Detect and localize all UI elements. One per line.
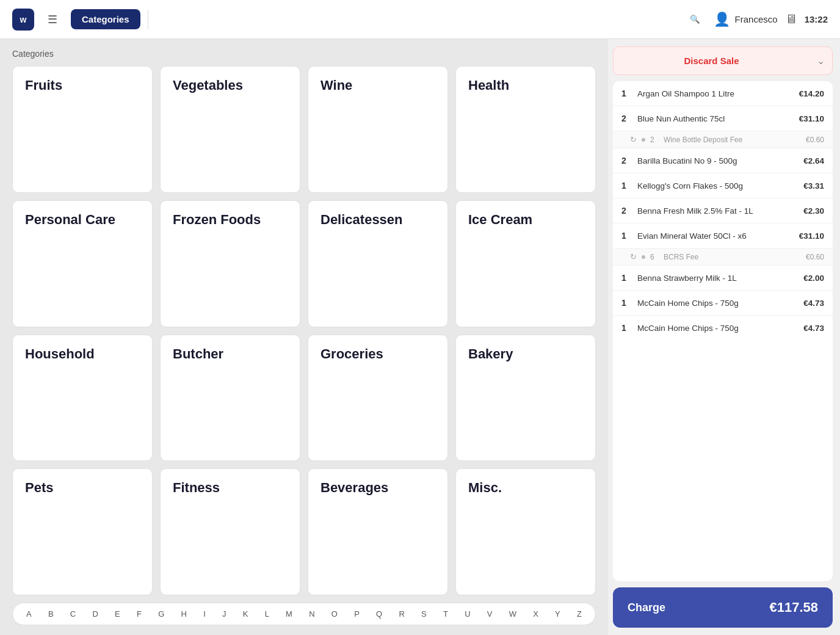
alpha-button-g[interactable]: G [156, 608, 167, 620]
clock-display: 13:22 [805, 14, 828, 24]
cart-item-price: €14.20 [799, 89, 824, 98]
cart-item-8[interactable]: 1 McCain Home Chips - 750g €4.73 [613, 316, 833, 340]
search-button[interactable]: 🔍 [684, 9, 706, 31]
cart-item-qty: 2 [621, 156, 631, 165]
cart-item-name: McCain Home Chips - 750g [637, 299, 797, 308]
category-card-beverages[interactable]: Beverages [308, 468, 448, 595]
alpha-button-u[interactable]: U [462, 608, 472, 620]
cart-item-price: €4.73 [803, 324, 824, 333]
subitem-dot [642, 138, 645, 142]
alpha-button-d[interactable]: D [90, 608, 100, 620]
alpha-button-s[interactable]: S [419, 608, 429, 620]
logo: w [12, 9, 34, 31]
cart-item-price: €2.30 [803, 206, 824, 216]
cart-item-1[interactable]: 2 Blue Nun Authentic 75cl €31.10 [613, 106, 833, 131]
cart-item-5[interactable]: 1 Evian Mineral Water 50Cl - x6 €31.10 [613, 223, 833, 249]
cart-item-0[interactable]: 1 Argan Oil Shampoo 1 Litre €14.20 [613, 81, 833, 106]
cart-item-qty: 1 [621, 89, 631, 98]
alpha-button-a[interactable]: A [24, 608, 34, 620]
discard-sale-row: Discard Sale ⌄ [613, 46, 833, 75]
alpha-button-o[interactable]: O [329, 608, 340, 620]
header-divider [148, 10, 148, 29]
subitem-name: Wine Bottle Deposit Fee [664, 136, 801, 144]
charge-total: €117.58 [769, 600, 818, 615]
breadcrumb: Categories [12, 49, 596, 59]
category-grid: FruitsVegetablesWineHealthPersonal CareF… [12, 66, 596, 595]
category-card-vegetables[interactable]: Vegetables [160, 66, 300, 193]
cart-item-price: €31.10 [799, 114, 824, 123]
left-panel: Categories FruitsVegetablesWineHealthPer… [0, 39, 608, 635]
subitem-name: BCRS Fee [664, 253, 801, 261]
cart-item-qty: 1 [621, 298, 631, 308]
category-card-ice-cream[interactable]: Ice Cream [455, 200, 596, 327]
category-card-misc[interactable]: Misc. [455, 468, 596, 595]
subitem-price: €0.60 [806, 136, 824, 144]
alpha-button-v[interactable]: V [485, 608, 495, 620]
alpha-button-b[interactable]: B [46, 608, 56, 620]
category-card-household[interactable]: Household [12, 335, 153, 462]
category-card-frozen-foods[interactable]: Frozen Foods [160, 200, 300, 327]
discard-chevron-button[interactable]: ⌄ [809, 50, 832, 71]
categories-button[interactable]: Categories [71, 9, 140, 29]
alpha-button-y[interactable]: Y [552, 608, 563, 620]
alpha-button-h[interactable]: H [179, 608, 189, 620]
alpha-button-k[interactable]: K [241, 608, 251, 620]
category-card-wine[interactable]: Wine [308, 66, 448, 193]
alpha-button-f[interactable]: F [134, 608, 144, 620]
category-card-butcher[interactable]: Butcher [160, 335, 300, 462]
cart-item-name: Evian Mineral Water 50Cl - x6 [637, 231, 793, 241]
category-card-personal-care[interactable]: Personal Care [12, 200, 153, 327]
subitem-qty: 6 [650, 253, 659, 261]
alpha-button-r[interactable]: R [396, 608, 407, 620]
cart-item-name: Blue Nun Authentic 75cl [637, 114, 793, 123]
alpha-button-q[interactable]: Q [374, 608, 385, 620]
cart-item-price: €2.64 [803, 156, 824, 165]
cart-item-qty: 1 [621, 181, 631, 191]
alpha-button-x[interactable]: X [530, 608, 541, 620]
alpha-button-p[interactable]: P [352, 608, 362, 620]
cart-item-6[interactable]: 1 Benna Strawberry Milk - 1L €2.00 [613, 266, 833, 291]
category-card-delicatessen[interactable]: Delicatessen [308, 200, 448, 327]
category-card-bakery[interactable]: Bakery [455, 335, 596, 462]
cart-item-3[interactable]: 1 Kellogg's Corn Flakes - 500g €3.31 [613, 173, 833, 198]
category-card-groceries[interactable]: Groceries [308, 335, 448, 462]
alpha-button-l[interactable]: L [262, 608, 272, 620]
alpha-button-c[interactable]: C [68, 608, 78, 620]
main-content: Categories FruitsVegetablesWineHealthPer… [0, 39, 840, 635]
category-card-fitness[interactable]: Fitness [160, 468, 300, 595]
cart-item-name: Argan Oil Shampoo 1 Litre [637, 89, 793, 98]
discard-sale-button[interactable]: Discard Sale [614, 47, 809, 74]
cart-item-price: €3.31 [803, 181, 824, 191]
category-card-pets[interactable]: Pets [12, 468, 153, 595]
cart-item-7[interactable]: 1 McCain Home Chips - 750g €4.73 [613, 291, 833, 316]
cart-item-qty: 1 [621, 231, 631, 241]
user-area: 👤 Francesco [714, 12, 778, 27]
cart-items-list: 1 Argan Oil Shampoo 1 Litre €14.20 2 Blu… [613, 81, 833, 581]
category-card-fruits[interactable]: Fruits [12, 66, 153, 193]
alpha-button-e[interactable]: E [112, 608, 123, 620]
alpha-button-n[interactable]: N [306, 608, 317, 620]
alpha-button-w[interactable]: W [507, 608, 519, 620]
alpha-button-m[interactable]: M [283, 608, 295, 620]
cart-item-price: €31.10 [799, 231, 824, 241]
subitem-dot [642, 255, 645, 259]
subitem-icon: ↻ [630, 252, 637, 261]
cart-item-2[interactable]: 2 Barilla Bucatini No 9 - 500g €2.64 [613, 148, 833, 173]
right-panel: Discard Sale ⌄ 1 Argan Oil Shampoo 1 Lit… [608, 39, 840, 635]
alphabet-bar: ABCDEFGHIJKLMNOPQRSTUVWXYZ [12, 603, 596, 625]
cart-item-qty: 2 [621, 206, 631, 216]
cart-item-qty: 1 [621, 273, 631, 283]
alpha-button-z[interactable]: Z [574, 608, 584, 620]
alpha-button-j[interactable]: J [220, 608, 229, 620]
user-icon: 👤 [714, 12, 730, 27]
cart-item-4[interactable]: 2 Benna Fresh Milk 2.5% Fat - 1L €2.30 [613, 198, 833, 223]
pos-icon: 🖥 [785, 12, 797, 26]
alpha-button-i[interactable]: I [201, 608, 208, 620]
cart-item-name: Barilla Bucatini No 9 - 500g [637, 156, 797, 165]
category-card-health[interactable]: Health [455, 66, 596, 193]
cart-item-price: €4.73 [803, 299, 824, 308]
alpha-button-t[interactable]: T [441, 608, 451, 620]
user-name: Francesco [735, 14, 778, 24]
hamburger-button[interactable]: ☰ [42, 9, 63, 31]
charge-button[interactable]: Charge €117.58 [613, 587, 833, 628]
